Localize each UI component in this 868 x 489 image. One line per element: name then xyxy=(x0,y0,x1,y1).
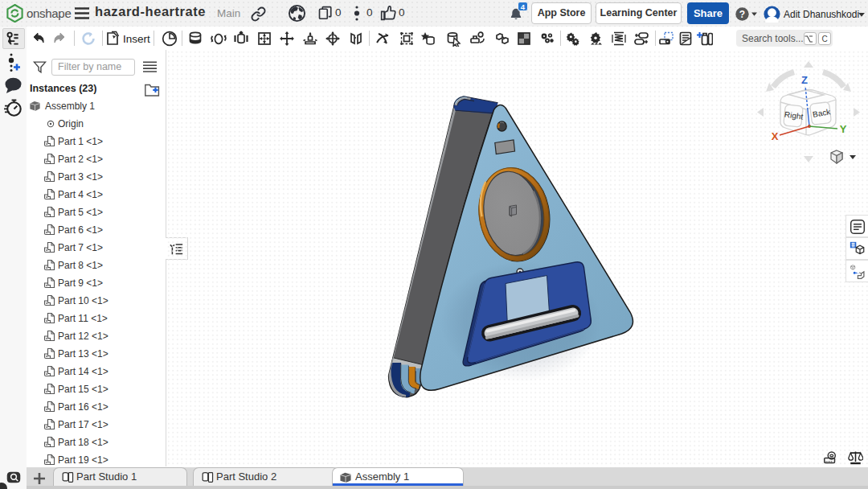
svg-text:Y: Y xyxy=(840,123,847,135)
svg-text:Z: Z xyxy=(801,74,808,86)
svg-text:X: X xyxy=(772,130,779,142)
svg-text:?: ? xyxy=(739,9,745,20)
